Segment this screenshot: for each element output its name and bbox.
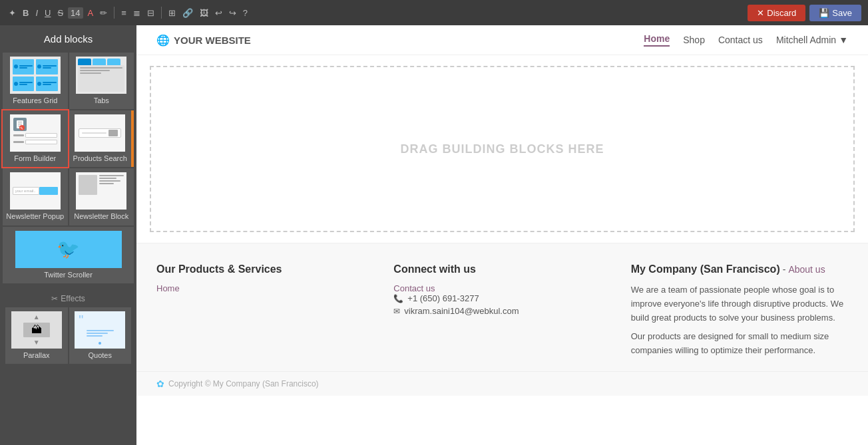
list-ordered-icon[interactable]: ≣ [131,7,142,19]
footer-col-products: Our Products & Services Home [156,263,373,358]
website-logo: 🌐 YOUR WEBSITE [156,34,644,47]
footer-bottom: ✿ Copyright © My Company (San Francisco) [136,371,868,396]
drop-zone-text: DRAG BUILDING BLOCKS HERE [400,142,604,156]
nav-links: Home Shop Contact us [644,33,763,47]
effects-title: ✂ Effects [3,290,134,307]
font-color-icon[interactable]: A [86,7,96,19]
phone-icon: 📞 [393,294,403,303]
toolbar-actions: ✕ Discard 💾 Save [748,5,861,21]
block-label-quotes: Quotes [89,351,112,360]
discard-label: Discard [767,8,796,18]
link-icon[interactable]: 🔗 [180,7,195,19]
discard-icon: ✕ [757,8,764,18]
mountain-icon: 🏔 [31,324,42,336]
block-thumb-twitter-scroller: 🐦 [15,231,122,268]
block-label-parallax: Parallax [23,351,50,360]
underline-icon[interactable]: U [43,7,53,19]
block-thumb-tabs [76,57,126,94]
footer-phone-item: 📞 +1 (650) 691-3277 [393,293,610,303]
block-label-twitter-scroller: Twitter Scroller [44,271,93,279]
quote-icon: " [79,313,83,328]
font-size[interactable]: 14 [68,7,83,19]
block-item-parallax[interactable]: ▲ 🏔 ▼ Parallax [5,307,68,364]
block-thumb-features-grid [10,57,61,94]
separator-2 [161,7,162,19]
toolbar-icons: ✦ B I U S 14 A ✏ ≡ ≣ ⊟ ⊞ 🔗 🖼 ↩ ↪ ? [7,7,745,19]
block-thumb-quotes: " [75,311,125,349]
undo-icon[interactable]: ↩ [213,7,224,19]
footer-col-company: My Company (San Francisco) - About us We… [631,263,848,358]
save-button[interactable]: 💾 Save [809,5,861,21]
image-icon[interactable]: 🖼 [198,7,210,19]
email-icon: ✉ [393,307,400,316]
twitter-bird-icon: 🐦 [57,238,80,260]
footer-desc-1: We are a team of passionate people whose… [631,283,848,325]
block-thumb-products-search [75,114,125,152]
footer-desc-2: Our products are designed for small to m… [631,330,848,358]
table-icon[interactable]: ⊞ [166,7,178,19]
sidebar: Add blocks Features Grid [0,25,136,445]
block-item-features-grid[interactable]: Features Grid [3,53,68,109]
block-label-tabs: Tabs [94,96,109,105]
footer-col-title-products: Our Products & Services [156,263,373,275]
footer-link-home[interactable]: Home [156,283,373,293]
block-label-newsletter-block: Newsletter Block [74,212,128,221]
block-item-newsletter-popup[interactable]: your email.. Newsletter Popup [3,168,68,225]
block-grid: Features Grid [0,53,136,283]
redo-icon[interactable]: ↪ [227,7,238,19]
block-label-form-builder: Form Builder [14,154,56,163]
drop-zone[interactable]: DRAG BUILDING BLOCKS HERE [150,66,855,232]
nav-link-home[interactable]: Home [644,33,670,47]
footer-col-connect: Connect with us Contact us 📞 +1 (650) 69… [393,263,610,358]
footer-contact-link[interactable]: Contact us [393,283,610,293]
footer-col-title-connect: Connect with us [393,263,610,275]
block-thumb-form-builder: ✎ [10,114,61,152]
strikethrough-icon[interactable]: S [55,7,65,19]
align-icon[interactable]: ⊟ [145,7,156,19]
block-item-products-search[interactable]: Products Search [69,110,134,167]
block-item-twitter-scroller[interactable]: 🐦 Twitter Scroller [3,227,134,283]
canvas-area: 🌐 YOUR WEBSITE Home Shop Contact us Mitc… [136,25,868,445]
footer-company-header: My Company (San Francisco) - About us [631,263,848,275]
footer-dash: - [783,264,786,275]
block-item-form-builder[interactable]: ✎ Form Builder [3,110,68,167]
footer-email: vikram.saini104@webkul.com [404,306,519,316]
effects-section: ✂ Effects ▲ 🏔 [0,283,136,367]
nav-user[interactable]: Mitchell Admin ▼ [776,35,848,45]
block-item-tabs[interactable]: Tabs [69,53,134,109]
save-label: Save [832,8,852,18]
brand-icon: ✿ [156,378,164,389]
help-icon[interactable]: ? [241,7,250,19]
main-layout: Add blocks Features Grid [0,25,868,445]
footer-company-name: My Company (San Francisco) [631,263,780,275]
footer-columns: Our Products & Services Home Connect wit… [136,243,868,371]
website-logo-text: YOUR WEBSITE [174,35,251,46]
footer-about-link[interactable]: About us [788,264,825,275]
magic-icon[interactable]: ✦ [7,7,18,19]
nav-link-shop[interactable]: Shop [683,35,705,45]
footer-email-item: ✉ vikram.saini104@webkul.com [393,306,610,316]
highlight-icon[interactable]: ✏ [98,7,109,19]
nav-link-contact[interactable]: Contact us [718,35,763,45]
chevron-down-icon: ▼ [839,35,848,45]
footer-phone: +1 (650) 691-3277 [407,293,479,303]
nav-user-name: Mitchell Admin [776,35,836,45]
toolbar: ✦ B I U S 14 A ✏ ≡ ≣ ⊟ ⊞ 🔗 🖼 ↩ ↪ ? ✕ Dis… [0,0,868,25]
bold-icon[interactable]: B [21,7,31,19]
italic-icon[interactable]: I [33,7,40,19]
block-thumb-newsletter-block [76,172,126,210]
block-label-products-search: Products Search [73,154,127,163]
block-item-quotes[interactable]: " Quotes [69,307,132,364]
block-item-newsletter-block[interactable]: Newsletter Block [69,168,134,225]
block-label-features-grid: Features Grid [13,96,57,105]
block-thumb-parallax: ▲ 🏔 ▼ [11,311,62,349]
block-label-newsletter-popup: Newsletter Popup [6,212,64,221]
globe-icon: 🌐 [156,34,170,47]
website-footer: Our Products & Services Home Connect wit… [136,243,868,396]
website-nav: 🌐 YOUR WEBSITE Home Shop Contact us Mitc… [136,25,868,55]
effects-grid: ▲ 🏔 ▼ Parallax [3,307,134,364]
discard-button[interactable]: ✕ Discard [748,5,805,21]
separator-1 [114,7,114,19]
block-thumb-newsletter-popup: your email.. [10,172,61,210]
list-unordered-icon[interactable]: ≡ [119,7,128,19]
